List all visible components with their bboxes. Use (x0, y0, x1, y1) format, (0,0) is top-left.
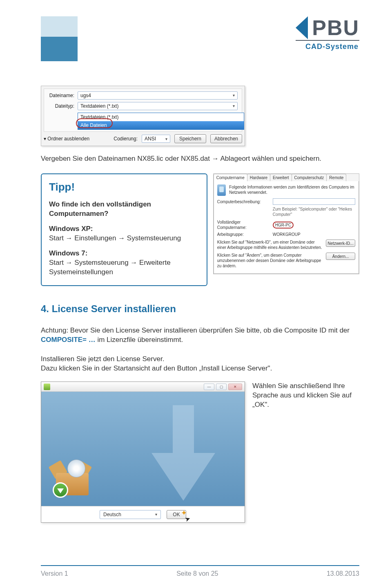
save-button[interactable]: Speichern (174, 134, 206, 143)
filetype-dropdown[interactable]: Textdateien (*.txt) Alle Dateien (78, 113, 244, 130)
tab-computername[interactable]: Computername (214, 174, 247, 181)
filetype-option-txt[interactable]: Textdateien (*.txt) (78, 113, 244, 121)
download-arrow-icon (118, 400, 245, 506)
logo-text: PBU (312, 17, 359, 38)
logo: PBU CAD-Systeme (296, 16, 359, 51)
computer-icon (217, 184, 226, 196)
package-box-icon (52, 459, 97, 495)
networkid-text: Klicken Sie auf "Netzwerk-ID", um einer … (217, 240, 323, 250)
tip-win7-heading: Windows 7: (49, 249, 87, 257)
tip-xp-heading: Windows XP: (49, 225, 93, 233)
filetype-label: Dateityp: (48, 103, 74, 109)
page-footer: Version 1 Seite 8 von 25 13.08.2013 (41, 565, 359, 578)
tip-box: Tipp! Wo finde ich den vollständigen Com… (41, 173, 207, 286)
language-instruction: Wählen Sie anschließend Ihre Sprache aus… (252, 382, 359, 410)
filename-field[interactable]: ugs4 (78, 91, 238, 100)
install-instruction: Installieren Sie jetzt den License Serve… (41, 355, 359, 373)
paragraph-filename-instruction: Vergeben Sie den Dateinamen NX85.lic ode… (41, 154, 359, 164)
composite-warning: Achtung: Bevor Sie den License Server in… (41, 326, 359, 345)
filetype-option-all[interactable]: Alle Dateien (78, 121, 244, 129)
page-header: PBU CAD-Systeme (41, 16, 359, 61)
system-properties-screenshot: Computername Hardware Erweitert Computer… (213, 173, 359, 274)
language-combo[interactable]: Deutsch (100, 510, 161, 519)
footer-date: 13.08.2013 (327, 569, 359, 578)
footer-version: Version 1 (41, 569, 68, 578)
ok-button[interactable]: OK (167, 510, 186, 519)
minimize-button[interactable]: — (204, 384, 214, 390)
tip-title: Tipp! (49, 180, 199, 194)
tip-win7-path: Start → Systemsteuerung → Erweiterte Sys… (49, 259, 171, 276)
logo-triangle-icon (296, 16, 308, 39)
change-text: Klicken Sie auf "Ändern", um diesen Comp… (217, 253, 323, 268)
footer-page: Seite 8 von 25 (176, 569, 218, 578)
tab-hardware[interactable]: Hardware (247, 174, 270, 181)
installer-app-icon (44, 384, 50, 390)
maximize-button[interactable]: ▢ (216, 384, 227, 390)
composite-keyword: COMPOSITE= … (41, 336, 96, 344)
encoding-combo[interactable]: ANSI (142, 135, 170, 143)
tab-protection[interactable]: Computerschutz (292, 174, 327, 181)
description-hint: Zum Beispiel: "Spielcomputer" oder "Heik… (273, 206, 355, 217)
tip-xp-path: Start → Einstellungen → Systemsteuerung (49, 234, 181, 242)
filename-label: Dateiname: (48, 92, 74, 99)
change-button[interactable]: Ändern... (326, 253, 355, 260)
workgroup-label: Arbeitsgruppe: (217, 232, 270, 237)
hide-folders-toggle[interactable]: Ordner ausblenden (44, 135, 89, 142)
fullname-value: HGR-PC (273, 222, 294, 229)
cancel-button[interactable]: Abbrechen (210, 134, 242, 143)
tab-remote[interactable]: Remote (326, 174, 346, 181)
save-dialog-screenshot: Dateiname: ugs4 Dateityp: Textdateien (*… (41, 86, 245, 146)
tab-advanced[interactable]: Erweitert (270, 174, 292, 181)
download-badge-icon (53, 482, 68, 498)
fullname-label: Vollständiger Computername: (217, 220, 270, 230)
tip-question: Wo finde ich den vollständigen Computern… (49, 200, 151, 217)
encoding-label: Codierung: (114, 135, 138, 142)
description-input[interactable] (273, 198, 355, 205)
header-decor (41, 16, 78, 61)
installer-screenshot: — ▢ ✕ Deutsch OK ✦ (41, 382, 245, 523)
sysprops-intro: Folgende Informationen werden zum Identi… (229, 184, 355, 195)
close-button[interactable]: ✕ (228, 384, 242, 390)
workgroup-value: WORKGROUP (273, 232, 301, 237)
section-heading: 4. License Server installieren (41, 302, 359, 315)
networkid-button[interactable]: Netzwerk-ID... (326, 240, 355, 247)
logo-subtitle: CAD-Systeme (296, 40, 359, 51)
description-label: Computerbeschreibung: (217, 199, 270, 204)
filetype-combo[interactable]: Textdateien (*.txt) (78, 102, 238, 110)
